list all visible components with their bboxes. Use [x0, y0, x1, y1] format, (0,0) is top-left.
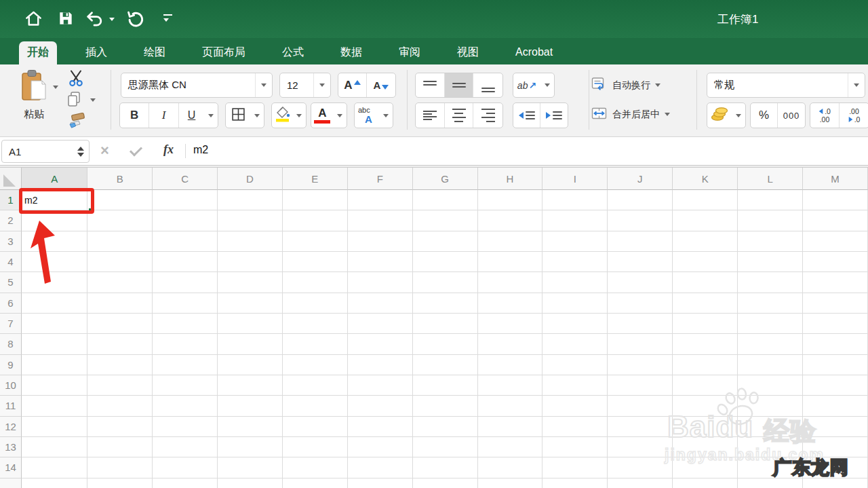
merge-center-dropdown[interactable] — [665, 113, 670, 116]
cell-C5[interactable] — [153, 272, 218, 293]
cell-B6[interactable] — [87, 293, 153, 314]
tab-home[interactable]: 开始 — [19, 41, 57, 64]
cell-M2[interactable] — [803, 210, 868, 231]
cell-H2[interactable] — [478, 210, 543, 231]
tab-acrobat[interactable]: Acrobat — [507, 41, 561, 64]
tab-data[interactable]: 数据 — [332, 41, 370, 64]
number-format-dropdown[interactable] — [848, 73, 865, 97]
cell-J13[interactable] — [608, 437, 673, 457]
increase-indent-button[interactable] — [540, 103, 568, 128]
tab-formulas[interactable]: 公式 — [274, 41, 312, 64]
cell-H13[interactable] — [478, 437, 543, 457]
cell-C8[interactable] — [153, 334, 218, 354]
cell-G12[interactable] — [413, 417, 478, 437]
cell-L7[interactable] — [738, 314, 803, 334]
select-all-corner[interactable] — [0, 168, 22, 190]
column-header-J[interactable]: J — [608, 168, 673, 190]
cell-L5[interactable] — [738, 272, 803, 293]
cell-L6[interactable] — [738, 293, 803, 314]
fill-color-dropdown[interactable] — [293, 103, 306, 128]
cell-D3[interactable] — [218, 231, 283, 252]
cell-A6[interactable] — [22, 293, 87, 314]
align-top-button[interactable] — [416, 73, 445, 97]
fill-color-button[interactable] — [272, 103, 293, 128]
cell-F14[interactable] — [348, 457, 413, 478]
cell-G13[interactable] — [413, 437, 478, 457]
column-header-C[interactable]: C — [153, 168, 218, 190]
cell-J14[interactable] — [608, 457, 673, 478]
font-color-dropdown[interactable] — [334, 103, 347, 128]
cell-G2[interactable] — [413, 210, 478, 231]
cell-C1[interactable] — [153, 190, 218, 210]
cell-F1[interactable] — [348, 190, 413, 210]
cell-I1[interactable] — [542, 190, 608, 210]
cell-A9[interactable] — [22, 355, 87, 375]
cell-A14[interactable] — [22, 457, 87, 478]
insert-function-icon[interactable]: fx — [163, 143, 174, 157]
cell-M3[interactable] — [803, 231, 868, 252]
underline-button[interactable]: U — [179, 103, 204, 128]
cell-H1[interactable] — [478, 190, 543, 210]
cell-D15[interactable] — [218, 478, 283, 488]
paste-dropdown-caret[interactable] — [53, 86, 58, 89]
comma-style-button[interactable]: 000 — [778, 103, 805, 128]
wrap-text-button[interactable]: 自动换行 — [591, 77, 660, 94]
cell-H15[interactable] — [478, 478, 543, 488]
cell-K1[interactable] — [673, 190, 738, 210]
cell-I11[interactable] — [542, 396, 608, 416]
cell-E13[interactable] — [283, 437, 348, 457]
cut-icon[interactable] — [66, 69, 85, 90]
cell-G3[interactable] — [413, 231, 478, 252]
cell-E4[interactable] — [283, 252, 348, 272]
cell-K4[interactable] — [673, 252, 738, 272]
cell-C11[interactable] — [153, 396, 218, 416]
cell-C14[interactable] — [153, 457, 218, 478]
cell-M1[interactable] — [803, 190, 868, 210]
number-format-combobox[interactable]: 常规 — [707, 73, 865, 98]
row-header-9[interactable]: 9 — [0, 355, 22, 375]
increase-decimal-button[interactable]: .0 .00 — [810, 103, 840, 128]
cell-M9[interactable] — [803, 355, 868, 375]
column-header-F[interactable]: F — [348, 168, 413, 190]
column-header-L[interactable]: L — [738, 168, 803, 190]
cell-E7[interactable] — [283, 314, 348, 334]
cell-I14[interactable] — [542, 457, 608, 478]
cell-H4[interactable] — [478, 252, 543, 272]
cell-L4[interactable] — [738, 252, 803, 272]
cell-K8[interactable] — [673, 334, 738, 354]
cell-B12[interactable] — [87, 417, 153, 437]
row-header-12[interactable]: 12 — [0, 417, 22, 437]
column-header-M[interactable]: M — [803, 168, 868, 190]
cell-D14[interactable] — [218, 457, 283, 478]
cell-C7[interactable] — [153, 314, 218, 334]
cell-H8[interactable] — [478, 334, 543, 354]
cell-E8[interactable] — [283, 334, 348, 354]
cancel-icon[interactable]: × — [100, 142, 109, 159]
cell-J10[interactable] — [608, 375, 673, 396]
cell-I9[interactable] — [542, 355, 608, 375]
cell-I3[interactable] — [542, 231, 608, 252]
cell-M6[interactable] — [803, 293, 868, 314]
font-color-button[interactable]: A — [311, 103, 334, 128]
column-header-B[interactable]: B — [87, 168, 153, 190]
row-header-5[interactable]: 5 — [0, 272, 22, 293]
cell-J15[interactable] — [608, 478, 673, 488]
cell-I6[interactable] — [542, 293, 608, 314]
cell-F13[interactable] — [348, 437, 413, 457]
decrease-font-size-button[interactable]: A — [367, 73, 395, 97]
cell-D2[interactable] — [218, 210, 283, 231]
cell-M4[interactable] — [803, 252, 868, 272]
cell-B14[interactable] — [87, 457, 153, 478]
formula-input-value[interactable]: m2 — [193, 144, 208, 156]
orientation-dropdown[interactable] — [540, 73, 554, 97]
column-header-E[interactable]: E — [283, 168, 348, 190]
row-header-7[interactable]: 7 — [0, 314, 22, 334]
cell-E14[interactable] — [283, 457, 348, 478]
cell-I10[interactable] — [542, 375, 608, 396]
cell-C10[interactable] — [153, 375, 218, 396]
font-name-combobox[interactable]: 思源黑体 CN — [121, 73, 273, 98]
column-header-G[interactable]: G — [413, 168, 478, 190]
cell-E6[interactable] — [283, 293, 348, 314]
cell-D13[interactable] — [218, 437, 283, 457]
cell-J12[interactable] — [608, 417, 673, 437]
